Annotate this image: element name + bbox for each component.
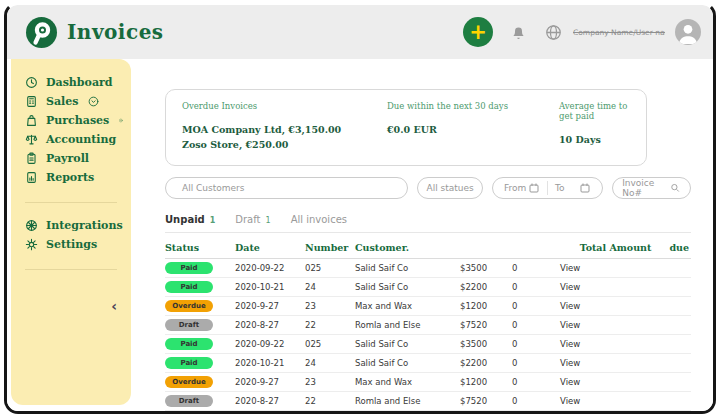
tab-draft-count: 1	[266, 216, 271, 225]
search-icon[interactable]	[670, 182, 681, 194]
cell-customer: Romla and Else	[355, 396, 460, 406]
table-row[interactable]: Draft 2020-8-27 22 Romla and Else $7520 …	[165, 316, 691, 335]
cell-number: 025	[305, 339, 355, 349]
summary-card: Overdue Invoices MOA Company Ltd, €3,150…	[165, 89, 647, 166]
sidebar-secondary-nav: Integrations Settings	[25, 216, 123, 254]
cell-amount: $3500	[460, 339, 512, 349]
cell-customer: Salid Saif Co	[355, 358, 460, 368]
sidebar-item-accounting[interactable]: Accounting	[25, 130, 123, 149]
cell-number: 22	[305, 320, 355, 330]
cell-number: 22	[305, 396, 355, 406]
notifications-bell-icon[interactable]	[509, 23, 528, 42]
chevron-down-circle-icon[interactable]	[119, 115, 123, 126]
date-from-label: From	[504, 183, 526, 193]
main-content: Overdue Invoices MOA Company Ltd, €3,150…	[131, 59, 713, 411]
cell-customer: Romla and Else	[355, 320, 460, 330]
calendar-icon[interactable]	[579, 182, 591, 194]
date-range-filter[interactable]: From To	[492, 177, 603, 199]
add-new-button[interactable]: +	[463, 17, 493, 47]
cell-customer: Salid Saif Co	[355, 339, 460, 349]
cell-date: 2020-9-27	[235, 301, 305, 311]
view-link[interactable]: View	[560, 263, 580, 273]
view-link[interactable]: View	[560, 377, 580, 387]
view-link[interactable]: View	[560, 282, 580, 292]
calendar-icon[interactable]	[528, 182, 540, 194]
view-link[interactable]: View	[560, 396, 580, 406]
table-footer: Show: 25 ▾ per page 1-1 of 1	[165, 411, 691, 414]
dashboard-icon	[25, 76, 38, 89]
table-row[interactable]: Paid 2020-10-21 24 Salid Saif Co $2200 0…	[165, 354, 691, 373]
cell-due: 0	[512, 377, 560, 387]
cell-customer: Max and Wax	[355, 301, 460, 311]
sidebar-item-purchases[interactable]: Purchases	[25, 111, 123, 130]
table-row[interactable]: Draft 2020-8-27 22 Romla and Else $7520 …	[165, 392, 691, 411]
cell-due: 0	[512, 301, 560, 311]
cell-due: 0	[512, 339, 560, 349]
sidebar-item-reports[interactable]: Reports	[25, 168, 123, 187]
table-row[interactable]: Overdue 2020-9-27 23 Max and Wax $1200 0…	[165, 297, 691, 316]
invoice-number-search[interactable]: Invoice No#	[612, 177, 691, 199]
status-filter-select[interactable]: All statues	[417, 177, 483, 199]
view-link[interactable]: View	[560, 358, 580, 368]
avg-time-paid-value: 10 Days	[559, 132, 630, 147]
cell-date: 2020-8-27	[235, 396, 305, 406]
filter-row: All Customers All statues From To	[165, 177, 691, 199]
cell-due: 0	[512, 320, 560, 330]
cell-amount: $7520	[460, 320, 512, 330]
integrations-icon	[25, 219, 38, 232]
invoice-tabs: Unpaid 1 Draft 1 All invoices	[165, 214, 691, 233]
due-30-days-value: €0.0 EUR	[387, 122, 559, 137]
cell-number: 025	[305, 263, 355, 273]
sales-icon	[25, 95, 38, 108]
cell-number: 23	[305, 377, 355, 387]
date-from-field[interactable]: From	[501, 182, 543, 194]
tab-unpaid[interactable]: Unpaid 1	[165, 214, 215, 225]
view-link[interactable]: View	[560, 320, 580, 330]
tab-draft[interactable]: Draft 1	[235, 214, 270, 225]
table-row[interactable]: Paid 2020-09-22 025 Salid Saif Co $3500 …	[165, 259, 691, 278]
view-link[interactable]: View	[560, 339, 580, 349]
table-header: Status Date Number Customer. Total Amoun…	[165, 233, 691, 259]
customers-filter-input[interactable]: All Customers	[165, 177, 408, 199]
cell-number: 24	[305, 282, 355, 292]
cell-number: 23	[305, 301, 355, 311]
sidebar-item-settings[interactable]: Settings	[25, 235, 123, 254]
status-badge: Draft	[165, 319, 213, 331]
chevron-down-circle-icon[interactable]	[88, 96, 99, 107]
cell-amount: $1200	[460, 301, 512, 311]
overdue-invoices-label: Overdue Invoices	[182, 101, 387, 111]
sidebar-primary-nav: Dashboard Sales Purchases Accounting Pay…	[25, 73, 123, 187]
cell-date: 2020-09-22	[235, 339, 305, 349]
cell-date: 2020-9-27	[235, 377, 305, 387]
status-badge: Paid	[165, 357, 213, 369]
tab-all-invoices[interactable]: All invoices	[291, 214, 347, 225]
view-link[interactable]: View	[560, 301, 580, 311]
avg-time-paid-label: Average time to get paid	[559, 101, 630, 121]
sidebar-item-sales[interactable]: Sales	[25, 92, 123, 111]
cell-date: 2020-10-21	[235, 282, 305, 292]
topbar: Invoices + Company Name/User name	[7, 5, 713, 59]
table-row[interactable]: Overdue 2020-9-27 23 Max and Wax $1200 0…	[165, 373, 691, 392]
status-badge: Paid	[165, 338, 213, 350]
cell-amount: $2200	[460, 358, 512, 368]
header-number: Number	[305, 242, 355, 253]
sidebar-collapse-button[interactable]: ‹	[111, 299, 117, 313]
sidebar-item-payroll[interactable]: Payroll	[25, 149, 123, 168]
overdue-invoices-value: MOA Company Ltd, €3,150.00 Zoso Store, €…	[182, 122, 387, 152]
sidebar-item-integrations[interactable]: Integrations	[25, 216, 123, 235]
user-avatar[interactable]	[675, 19, 701, 45]
date-to-field[interactable]: To	[552, 182, 594, 194]
globe-language-icon[interactable]	[544, 23, 563, 42]
reports-icon	[25, 171, 38, 184]
table-row[interactable]: Paid 2020-10-21 24 Salid Saif Co $2200 0…	[165, 278, 691, 297]
table-row[interactable]: Paid 2020-09-22 025 Salid Saif Co $3500 …	[165, 335, 691, 354]
company-user-name[interactable]: Company Name/User name	[573, 28, 665, 37]
cell-amount: $3500	[460, 263, 512, 273]
sidebar: Dashboard Sales Purchases Accounting Pay…	[11, 59, 131, 405]
due-30-days-label: Due within the next 30 days	[387, 101, 559, 111]
status-badge: Overdue	[165, 300, 213, 312]
status-badge: Overdue	[165, 376, 213, 388]
cell-date: 2020-09-22	[235, 263, 305, 273]
sidebar-item-dashboard[interactable]: Dashboard	[25, 73, 123, 92]
cell-due: 0	[512, 263, 560, 273]
